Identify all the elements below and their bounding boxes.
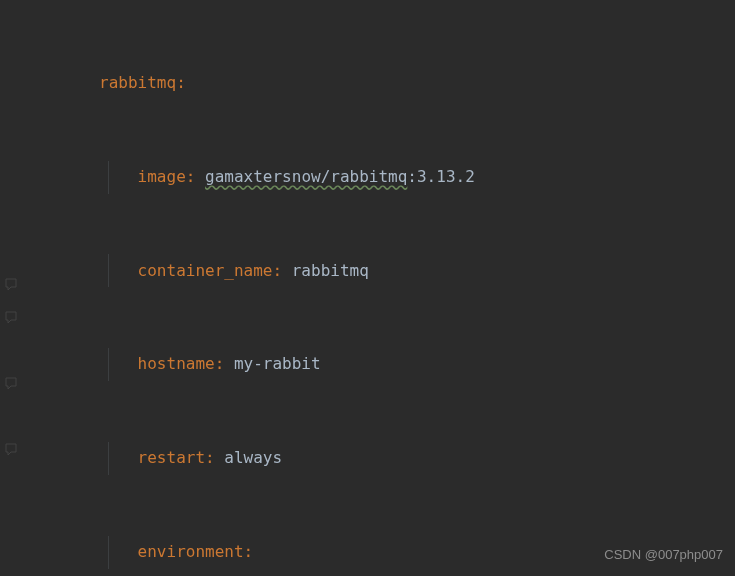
yaml-key: hostname xyxy=(138,349,215,379)
yaml-key: rabbitmq xyxy=(99,68,176,98)
yaml-key: environment xyxy=(138,537,244,567)
gutter-marker-icon xyxy=(4,304,18,318)
yaml-value: my-rabbit xyxy=(234,349,321,379)
code-line: image: gamaxtersnow/rabbitmq:3.13.2 xyxy=(22,161,735,194)
yaml-key: container_name xyxy=(138,256,273,286)
yaml-value: always xyxy=(224,443,282,473)
yaml-value: gamaxtersnow/rabbitmq xyxy=(205,162,407,192)
gutter-marker-icon xyxy=(4,436,18,450)
yaml-key: image xyxy=(138,162,186,192)
yaml-value: :3.13.2 xyxy=(407,162,474,192)
gutter-marker-icon xyxy=(4,271,18,285)
code-line: restart: always xyxy=(22,442,735,475)
code-line: container_name: rabbitmq xyxy=(22,254,735,287)
gutter-marker-icon xyxy=(4,370,18,384)
editor-gutter xyxy=(0,0,22,576)
code-line: hostname: my-rabbit xyxy=(22,348,735,381)
code-editor-content[interactable]: rabbitmq: image: gamaxtersnow/rabbitmq:3… xyxy=(0,0,735,576)
yaml-key: restart xyxy=(138,443,205,473)
watermark-text: CSDN @007php007 xyxy=(604,543,723,568)
code-line: rabbitmq: xyxy=(22,67,735,100)
yaml-value: rabbitmq xyxy=(292,256,369,286)
